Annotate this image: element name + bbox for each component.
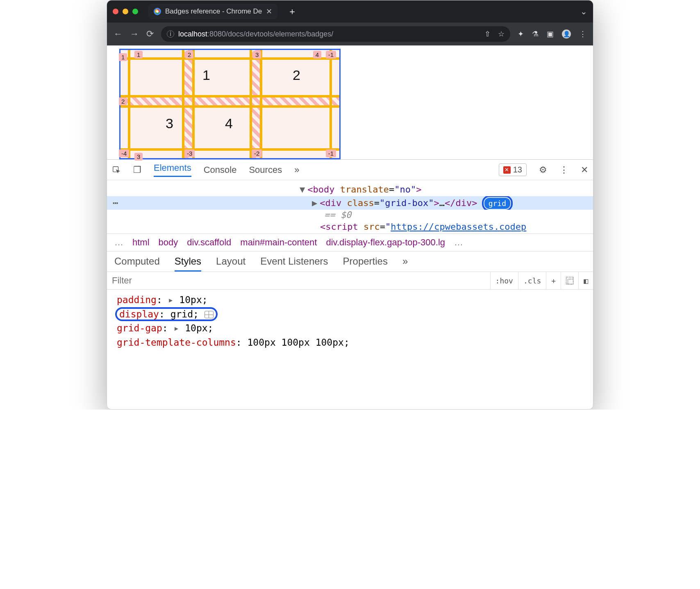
- browser-toolbar: ← → ⟳ i localhost:8080/docs/devtools/ele…: [107, 23, 593, 45]
- dom-node-grid-box[interactable]: ⋯ ▶<div class="grid-box">…</div> grid: [107, 196, 593, 210]
- close-devtools-icon[interactable]: ✕: [581, 165, 588, 175]
- bookmark-icon[interactable]: ☆: [498, 29, 505, 39]
- dom-node-body[interactable]: ▼<body translate="no">: [107, 183, 593, 196]
- forward-button[interactable]: →: [130, 29, 139, 39]
- line-number-badge: -1: [326, 51, 336, 59]
- grid-line: [120, 95, 339, 97]
- styles-tabbar: Computed Styles Layout Event Listeners P…: [107, 251, 593, 272]
- line-number-badge: -2: [252, 150, 262, 157]
- crumb-scaffold[interactable]: div.scaffold: [187, 237, 231, 248]
- line-number-badge: 2: [185, 51, 193, 59]
- hov-button[interactable]: :hov: [490, 272, 518, 289]
- site-info-icon[interactable]: i: [167, 30, 174, 38]
- extensions-icon[interactable]: ✦: [518, 29, 524, 39]
- labs-icon[interactable]: ⚗: [532, 29, 539, 39]
- back-button[interactable]: ←: [114, 29, 123, 39]
- tab-title: Badges reference - Chrome De: [165, 7, 262, 16]
- tab-sources[interactable]: Sources: [249, 165, 282, 175]
- line-number-badge: 1: [134, 51, 143, 59]
- settings-gear-icon[interactable]: ⚙: [539, 165, 547, 175]
- line-number-badge: 1: [119, 53, 127, 61]
- grid-row-gap: [120, 97, 339, 105]
- grid-line: [330, 50, 332, 158]
- url-text: localhost:8080/docs/devtools/elements/ba…: [178, 30, 333, 39]
- more-tabs-icon[interactable]: »: [402, 256, 408, 272]
- grid-line: [192, 50, 195, 158]
- dom-node-script[interactable]: <script src="https://cpwebassets.codep: [107, 220, 593, 233]
- crumb-html[interactable]: html: [132, 237, 150, 248]
- new-rule-button[interactable]: +: [546, 272, 561, 289]
- tab-console[interactable]: Console: [204, 165, 237, 175]
- tab-properties[interactable]: Properties: [343, 256, 388, 272]
- kebab-menu-icon[interactable]: ⋮: [579, 29, 586, 39]
- styles-filter-row: :hov .cls + ⿸ ◧: [107, 272, 593, 290]
- line-number-badge: 2: [119, 97, 127, 105]
- grid-line: [120, 148, 339, 151]
- maximize-window-button[interactable]: [132, 9, 138, 14]
- error-counter[interactable]: ✕13: [499, 163, 527, 176]
- line-number-badge: 4: [313, 51, 321, 59]
- grid-line: [120, 105, 339, 108]
- line-number-badge: 3: [134, 153, 143, 161]
- close-tab-icon[interactable]: ✕: [266, 7, 272, 16]
- css-declaration[interactable]: grid-gap: ▸ 10px;: [117, 321, 583, 335]
- share-icon[interactable]: ⇧: [484, 29, 491, 39]
- grid-line: [260, 50, 262, 158]
- dom-tree[interactable]: ▼<body translate="no"> ⋯ ▶<div class="gr…: [107, 180, 593, 233]
- crumb-body[interactable]: body: [159, 237, 178, 248]
- tab-event-listeners[interactable]: Event Listeners: [260, 256, 328, 272]
- grid-cell-label: 2: [293, 67, 300, 83]
- grid-line: [128, 50, 130, 158]
- grid-overlay: 1 2 3 4 1 1 2 3 4 -1 2 -4 3 -3 -2 -1: [119, 49, 341, 159]
- crumb-flex[interactable]: div.display-flex.gap-top-300.lg: [326, 237, 445, 248]
- new-tab-button[interactable]: ＋: [288, 5, 297, 18]
- css-rules[interactable]: padding: ▸ 10px; display: grid; grid-gap…: [107, 290, 593, 353]
- device-toggle-icon[interactable]: ❐: [133, 165, 141, 175]
- collapsed-indicator[interactable]: ⋯: [113, 198, 119, 208]
- page-content: 1 2 3 4 1 1 2 3 4 -1 2 -4 3 -3 -2 -1: [107, 49, 593, 159]
- paint-icon[interactable]: ⿸: [561, 272, 578, 289]
- reload-button[interactable]: ⟳: [146, 29, 154, 39]
- tab-computed[interactable]: Computed: [114, 256, 160, 272]
- cls-button[interactable]: .cls: [518, 272, 546, 289]
- grid-line: [120, 57, 339, 60]
- titlebar: Badges reference - Chrome De ✕ ＋ ⌄: [107, 0, 593, 23]
- css-declaration[interactable]: grid-template-columns: 100px 100px 100px…: [117, 335, 583, 350]
- grid-cell-label: 1: [202, 67, 210, 83]
- close-window-button[interactable]: [113, 9, 118, 14]
- grid-line: [182, 50, 184, 158]
- chrome-favicon-icon: [154, 8, 161, 15]
- grid-line: [250, 50, 252, 158]
- grid-badge[interactable]: grid: [484, 198, 510, 209]
- tab-elements[interactable]: Elements: [154, 163, 191, 177]
- styles-filter-input[interactable]: [107, 275, 490, 286]
- tab-layout[interactable]: Layout: [216, 256, 245, 272]
- line-number-badge: -1: [326, 150, 336, 157]
- minimize-window-button[interactable]: [123, 9, 128, 14]
- grid-cell-label: 3: [166, 116, 173, 131]
- devtools-tabbar: ❐ Elements Console Sources » ✕13 ⚙ ⋮ ✕: [107, 160, 593, 180]
- tab-styles[interactable]: Styles: [175, 256, 201, 272]
- line-number-badge: -3: [184, 150, 195, 157]
- toggle-sidebar-icon[interactable]: ◧: [578, 272, 593, 289]
- reader-icon[interactable]: ▣: [547, 29, 554, 39]
- devtools-panel: ❐ Elements Console Sources » ✕13 ⚙ ⋮ ✕ ▼…: [107, 159, 593, 353]
- selected-indicator: == $0: [107, 210, 593, 220]
- line-number-badge: -4: [119, 150, 129, 157]
- error-icon: ✕: [503, 166, 511, 174]
- more-tabs-icon[interactable]: »: [294, 165, 299, 175]
- grid-editor-icon[interactable]: [205, 311, 214, 318]
- window-controls: [113, 9, 138, 14]
- profile-avatar-icon[interactable]: 👤: [562, 29, 571, 39]
- breadcrumb[interactable]: … html body div.scaffold main#main-conte…: [107, 233, 593, 251]
- css-declaration-display[interactable]: display: grid;: [117, 307, 583, 322]
- line-number-badge: 3: [253, 51, 261, 59]
- address-bar[interactable]: i localhost:8080/docs/devtools/elements/…: [161, 26, 510, 42]
- inspect-tool[interactable]: [112, 165, 121, 174]
- crumb-main[interactable]: main#main-content: [240, 237, 317, 248]
- css-declaration[interactable]: padding: ▸ 10px;: [117, 293, 583, 307]
- browser-tab[interactable]: Badges reference - Chrome De ✕: [148, 4, 278, 19]
- browser-window: Badges reference - Chrome De ✕ ＋ ⌄ ← → ⟳…: [107, 0, 593, 410]
- tabs-dropdown-icon[interactable]: ⌄: [580, 7, 587, 16]
- devtools-kebab-icon[interactable]: ⋮: [559, 165, 568, 175]
